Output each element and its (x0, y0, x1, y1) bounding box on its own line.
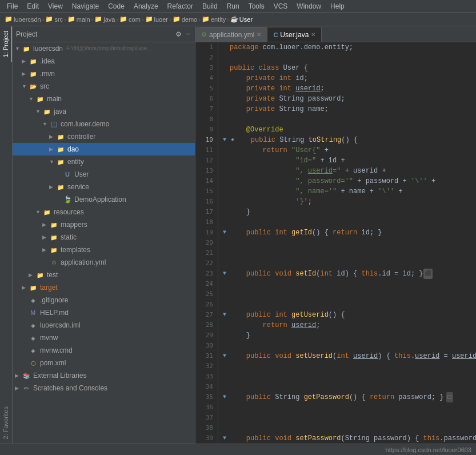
code-line-23: ▼ public void setId(int id) { this.id = … (223, 269, 476, 279)
status-bar: https://blog.csdn.net/luoer0603 (0, 444, 476, 455)
tree-item-helpmd[interactable]: M HELP.md (13, 306, 195, 319)
tree-item-main[interactable]: ▼ 📁 main (13, 93, 195, 105)
yaml-icon: ⚙ (201, 31, 207, 38)
code-line-10: ▼ ● public String toString() { (223, 135, 476, 145)
code-line-13: ", userid=" + userid + (223, 166, 476, 176)
code-line-39: ▼ public void setPassword(String passwor… (223, 433, 476, 444)
breadcrumb: 📁 luoercsdn › 📁 src › 📁 main › 📁 java › … (0, 13, 476, 26)
fold-icon-27[interactable]: ▼ (223, 310, 230, 320)
tree-item-java[interactable]: ▼ 📁 java (13, 105, 195, 118)
code-area[interactable]: package com.luoer.demo.entity; public cl… (218, 42, 476, 444)
tab-appyml[interactable]: ⚙ application.yml ✕ (195, 27, 267, 42)
tab-close-yaml[interactable]: ✕ (257, 31, 261, 38)
sidebar-icon-settings[interactable]: ⚙ (175, 28, 182, 40)
menu-tools[interactable]: Tools (244, 1, 269, 11)
tree-item-entity[interactable]: ▼ 📁 entity (13, 155, 195, 168)
breadcrumb-demo[interactable]: demo (182, 16, 198, 23)
code-line-14: ", password='" + password + '\'' + (223, 176, 476, 186)
tab-userjava[interactable]: C User.java ✕ (267, 27, 322, 42)
tree-item-scratches[interactable]: ▶ ✏ Scratches and Consoles (13, 382, 195, 394)
code-line-27: ▼ public int getUserid() { (223, 310, 476, 320)
tree-item-gitignore[interactable]: ◈ .gitignore (13, 294, 195, 306)
tree-item-demoapplication[interactable]: 🍃 DemoApplication (13, 193, 195, 206)
tree-item-package[interactable]: ▼ ◫ com.luoer.demo (13, 118, 195, 130)
line-numbers: 1 2 3 4 5 6 7 8 9 10 11 12 13 14 15 16 1… (195, 42, 218, 444)
code-line-18 (223, 217, 476, 227)
editor-content[interactable]: 1 2 3 4 5 6 7 8 9 10 11 12 13 14 15 16 1… (195, 42, 476, 444)
breadcrumb-src[interactable]: src (54, 16, 63, 23)
fold-icon-23[interactable]: ▼ (223, 269, 230, 279)
code-line-4: private int id; (223, 73, 476, 83)
code-line-7: private String name; (223, 104, 476, 114)
tree-item-static[interactable]: ▶ 📁 static (13, 231, 195, 244)
left-tab-favorites[interactable]: 2: Favorites (1, 402, 12, 444)
code-line-37 (223, 413, 476, 423)
menu-run[interactable]: Run (222, 1, 244, 11)
sidebar: Project ⚙ − ▼ 📁 luoercsdn F:\剑灵\finhubmp… (13, 26, 195, 444)
fold-icon-31[interactable]: ▼ (223, 351, 230, 361)
code-line-29: } (223, 330, 476, 341)
tree-item-controller[interactable]: ▶ 📁 controller (13, 130, 195, 143)
code-line-38 (223, 423, 476, 433)
code-line-5: private int userid; (223, 83, 476, 94)
code-line-3: public class User { (223, 63, 476, 73)
tree-item-idea[interactable]: ▶ 📁 .idea (13, 55, 195, 67)
menu-bar: File Edit View Navigate Code Analyze Ref… (0, 0, 476, 13)
breadcrumb-luoer[interactable]: luoer (154, 16, 168, 23)
code-line-25 (223, 289, 476, 300)
breadcrumb-entity[interactable]: entity (211, 16, 226, 23)
java-icon: C (273, 31, 278, 38)
left-tab-project[interactable]: 1: Project (1, 26, 12, 62)
breadcrumb-com[interactable]: com (129, 16, 141, 23)
menu-navigate[interactable]: Navigate (67, 1, 103, 11)
menu-code[interactable]: Code (103, 1, 129, 11)
code-line-36 (223, 402, 476, 413)
tree-item-pomxml[interactable]: ⬡ pom.xml (13, 357, 195, 369)
breadcrumb-java[interactable]: java (103, 16, 115, 23)
fold-icon-35[interactable]: ▼ (223, 392, 230, 402)
breadcrumb-main[interactable]: main (77, 16, 90, 23)
tree-item-iml[interactable]: ◈ luoercsdn.iml (13, 319, 195, 332)
code-line-1: package com.luoer.demo.entity; (223, 42, 476, 53)
tab-close-java[interactable]: ✕ (311, 31, 315, 38)
menu-file[interactable]: File (2, 1, 22, 11)
fold-icon-10[interactable]: ▼ (223, 135, 230, 145)
tree-item-resources[interactable]: ▼ 📁 resources (13, 206, 195, 218)
menu-help[interactable]: Help (326, 1, 349, 11)
fold-icon-39[interactable]: ▼ (223, 433, 230, 444)
tree-item-root[interactable]: ▼ 📁 luoercsdn F:\剑灵\finhubmp\finhubmp\lu… (13, 42, 195, 55)
tree-item-templates[interactable]: ▶ 📁 templates (13, 244, 195, 256)
code-line-2 (223, 53, 476, 63)
breadcrumb-root[interactable]: luoercsdn (14, 16, 41, 23)
tree-item-service[interactable]: ▶ 📁 service (13, 181, 195, 193)
left-tabs: 1: Project 2: Favorites (0, 26, 13, 444)
menu-refactor[interactable]: Refactor (163, 1, 198, 11)
menu-vcs[interactable]: VCS (269, 1, 293, 11)
menu-window[interactable]: Window (292, 1, 326, 11)
tree-item-mvnwcmd[interactable]: ◈ mvnw.cmd (13, 344, 195, 357)
tree-item-extlibs[interactable]: ▶ 📚 External Libraries (13, 369, 195, 382)
tree-item-dao[interactable]: ▶ 📁 dao (13, 143, 195, 155)
tree-item-mappers[interactable]: ▶ 📁 mappers (13, 218, 195, 231)
tree-item-test[interactable]: ▶ 📁 test (13, 269, 195, 281)
sidebar-icon-minus[interactable]: − (185, 29, 191, 40)
code-line-16: '}'; (223, 197, 476, 207)
menu-edit[interactable]: Edit (22, 1, 43, 11)
menu-view[interactable]: View (43, 1, 67, 11)
main-container: 1: Project 2: Favorites Project ⚙ − ▼ 📁 … (0, 26, 476, 444)
tree-item-appyml[interactable]: ⚙ application.yml (13, 256, 195, 269)
breadcrumb-user[interactable]: User (239, 16, 253, 23)
status-url: https://blog.csdn.net/luoer0603 (386, 446, 471, 453)
tree-item-mvn[interactable]: ▶ 📁 .mvn (13, 67, 195, 80)
tree-item-mvnw[interactable]: ◈ mvnw (13, 332, 195, 344)
fold-icon-19[interactable]: ▼ (223, 227, 230, 238)
tree-item-user[interactable]: U User (13, 168, 195, 181)
sidebar-tree: ▼ 📁 luoercsdn F:\剑灵\finhubmp\finhubmp\lu… (13, 42, 195, 444)
menu-analyze[interactable]: Analyze (129, 1, 163, 11)
menu-build[interactable]: Build (198, 1, 222, 11)
code-line-9: @Override (223, 125, 476, 135)
editor-area: ⚙ application.yml ✕ C User.java ✕ 1 2 3 … (195, 26, 476, 444)
code-line-21 (223, 248, 476, 258)
tree-item-src[interactable]: ▼ 📂 src (13, 80, 195, 93)
tree-item-target[interactable]: ▶ 📁 target (13, 281, 195, 294)
